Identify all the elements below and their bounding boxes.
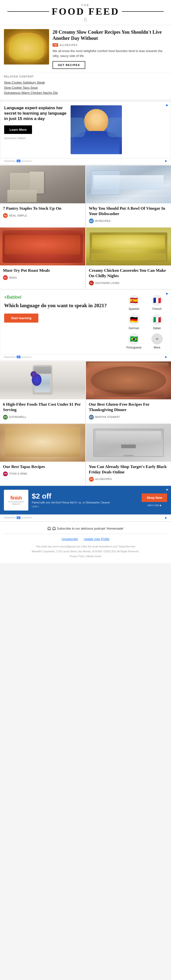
card-glutenfree-body: Our Best Gluten-Free Recipes For Thanksg… bbox=[86, 399, 171, 423]
card-fiber-image bbox=[0, 361, 85, 399]
card-casserole-source: SL SOUTHERN LIVING bbox=[89, 280, 168, 285]
marthastewart-logo: MS bbox=[89, 415, 94, 420]
ad-text-content: Language expert explains her secret to l… bbox=[4, 105, 68, 154]
portuguese-flag: 🇧🇷 bbox=[128, 333, 139, 345]
card-fiber-source: EW EATINGWELL bbox=[3, 415, 82, 420]
learn-more-button[interactable]: Learn More bbox=[4, 126, 32, 134]
source-badge: AR bbox=[52, 43, 58, 47]
card-target-title: You Can Already Shop Target's Early Blac… bbox=[89, 464, 168, 475]
card-fiber-title: 6 High-Fiber Foods That Cost Under $1 Pe… bbox=[3, 402, 82, 412]
finish-sub-desc: Limit 1 bbox=[32, 505, 138, 508]
flag-french[interactable]: 🇫🇷 French bbox=[147, 295, 167, 310]
german-label: German bbox=[129, 326, 139, 330]
podcast-icon: 🎧 bbox=[47, 527, 51, 530]
podcast-subscribe: 🎧 🎧 Subscribe to our delicious podcast '… bbox=[4, 527, 167, 530]
babbel-headline: Which language do you want to speak in 2… bbox=[4, 302, 121, 309]
card-potroast-body: Must-Try Pot Roast Meals BH BH&G bbox=[0, 266, 85, 283]
card-dishwasher[interactable]: Why You Should Put A Bowl Of Vinegar In … bbox=[86, 165, 171, 227]
card-tapas-image bbox=[0, 424, 85, 461]
card-target[interactable]: You Can Already Shop Target's Early Blac… bbox=[86, 424, 171, 485]
eatingwell-label: EATINGWELL bbox=[9, 416, 26, 418]
card-potroast[interactable]: Must-Try Pot Roast Meals BH BH&G bbox=[0, 228, 85, 289]
card-grid-row3: 6 High-Fiber Foods That Cost Under $1 Pe… bbox=[0, 361, 171, 423]
finish-logo-text: finish bbox=[8, 495, 24, 501]
flag-italian[interactable]: 🇮🇹 Italian bbox=[147, 314, 167, 330]
bhg-logo: BH bbox=[3, 275, 8, 280]
foodwine-logo: FW bbox=[3, 471, 8, 476]
finish-description: Paired with one Jet-Dry® Rinse Aid 8+ oz… bbox=[32, 501, 138, 504]
card-dishwasher-image bbox=[86, 165, 171, 203]
card-potroast-image bbox=[0, 228, 85, 266]
card-grid-row2: Must-Try Pot Roast Meals BH BH&G Creamy … bbox=[0, 228, 171, 289]
powered-by-2: Powered by Q Quantcast ▶ bbox=[0, 354, 171, 361]
foodwine-label: FOOD & WINE bbox=[9, 473, 27, 475]
card-casserole-image bbox=[86, 228, 171, 266]
card-pantry-title: 7 Pantry Staples To Stock Up On bbox=[3, 206, 82, 211]
card-fiber-body: 6 High-Fiber Foods That Cost Under $1 Pe… bbox=[0, 399, 85, 423]
hero-section: 20 Creamy Slow Cooker Recipes You Should… bbox=[0, 25, 171, 73]
card-target-source: AR ALLRECIPES bbox=[89, 477, 168, 482]
card-pantry-body: 7 Pantry Staples To Stock Up On RS REAL … bbox=[0, 203, 85, 221]
card-tapas-body: Our Best Tapas Recipes FW FOOD & WINE bbox=[0, 461, 85, 480]
footer-links: Unsubscribe Update User Profile bbox=[4, 538, 167, 541]
flag-german[interactable]: 🇩🇪 German bbox=[124, 314, 144, 330]
card-dishwasher-title: Why You Should Put A Bowl Of Vinegar In … bbox=[89, 206, 168, 216]
italian-flag: 🇮🇹 bbox=[152, 314, 163, 325]
flag-more[interactable]: + More bbox=[147, 333, 167, 349]
portuguese-label: Portuguese bbox=[127, 346, 141, 349]
related-title: Related Content bbox=[4, 75, 167, 78]
spanish-flag: 🇪🇸 bbox=[128, 295, 139, 306]
footer-disclaimer-2: Meredith Corporation, 1716 Locust Street… bbox=[4, 550, 167, 554]
related-link-1[interactable]: Slow Cooker Salisbury Steak bbox=[4, 80, 167, 85]
card-tapas-title: Our Best Tapas Recipes bbox=[3, 464, 82, 469]
card-pantry[interactable]: 7 Pantry Staples To Stock Up On RS REAL … bbox=[0, 165, 85, 227]
unsubscribe-link[interactable]: Unsubscribe bbox=[62, 538, 78, 541]
finish-content: $2 off Paired with one Jet-Dry® Rinse Ai… bbox=[32, 492, 138, 508]
babbel-flags-grid: 🇪🇸 Spanish 🇫🇷 French 🇩🇪 German 🇮🇹 Italia… bbox=[124, 295, 167, 349]
source-label: ALLRECIPES bbox=[60, 44, 78, 46]
finish-ad-arrow: ▶ bbox=[166, 488, 169, 492]
finish-cta-column: Shop Now sam's club ◆ bbox=[142, 493, 167, 507]
card-tapas-source: FW FOOD & WINE bbox=[3, 471, 82, 476]
site-title: FOOD FEED bbox=[52, 6, 119, 16]
french-label: French bbox=[152, 307, 162, 310]
related-link-2[interactable]: Slow Cooker Taco Soup bbox=[4, 85, 167, 90]
card-fiber[interactable]: 6 High-Fiber Foods That Cost Under $1 Pe… bbox=[0, 361, 85, 423]
flag-spanish[interactable]: 🇪🇸 Spanish bbox=[124, 295, 144, 310]
card-casserole-body: Creamy Chicken Casseroles You Can Make O… bbox=[86, 266, 171, 289]
finish-discount: $2 off bbox=[32, 492, 138, 500]
card-pantry-image bbox=[0, 165, 85, 203]
related-link-3[interactable]: Outrageous Warm Chicken Nacho Dip bbox=[4, 90, 167, 95]
card-glutenfree-image bbox=[86, 361, 171, 399]
card-dishwasher-source: MR MYRECIPES bbox=[89, 218, 168, 223]
babbel-ad-2: +Babbel Which language do you want to sp… bbox=[0, 290, 171, 354]
babbel-ad-left: +Babbel Which language do you want to sp… bbox=[4, 295, 121, 349]
finish-product-image: finish DISHWASHER TABLETS bbox=[4, 490, 28, 511]
card-pantry-source: RS REAL SIMPLE bbox=[3, 213, 82, 218]
header-icon: 🍴 bbox=[5, 18, 166, 25]
babbel-plus-logo: +Babbel bbox=[4, 295, 121, 300]
myrecipes-logo: MR bbox=[89, 218, 94, 223]
card-potroast-source: BH BH&G bbox=[3, 275, 82, 280]
finish-ad: finish DISHWASHER TABLETS $2 off Paired … bbox=[0, 486, 171, 514]
ad-headline: Language expert explains her secret to l… bbox=[4, 105, 68, 121]
card-glutenfree[interactable]: Our Best Gluten-Free Recipes For Thanksg… bbox=[86, 361, 171, 423]
babbel-ad-arrow: ▶ bbox=[166, 292, 168, 296]
babbel-start-button[interactable]: Start learning bbox=[4, 313, 38, 323]
hero-title: 20 Creamy Slow Cooker Recipes You Should… bbox=[52, 29, 167, 41]
card-casserole-title: Creamy Chicken Casseroles You Can Make O… bbox=[89, 268, 168, 278]
get-recipes-button[interactable]: GET RECIPES bbox=[52, 61, 85, 69]
flag-portuguese[interactable]: 🇧🇷 Portuguese bbox=[124, 333, 144, 349]
shop-now-button[interactable]: Shop Now bbox=[142, 493, 167, 502]
german-flag: 🇩🇪 bbox=[128, 314, 139, 325]
babbel-ad-1: Language expert explains her secret to l… bbox=[0, 101, 171, 158]
eatingwell-logo: EW bbox=[3, 415, 8, 420]
update-profile-link[interactable]: Update User Profile bbox=[84, 538, 109, 541]
card-casserole[interactable]: Creamy Chicken Casseroles You Can Make O… bbox=[86, 228, 171, 289]
ad-sponsored-label: Sponsored | Babbel bbox=[4, 137, 68, 140]
card-tapas[interactable]: Our Best Tapas Recipes FW FOOD & WINE bbox=[0, 424, 85, 485]
marthastewart-label: MARTHA STEWART bbox=[95, 416, 120, 418]
hero-image bbox=[4, 29, 49, 65]
italian-label: Italian bbox=[153, 326, 161, 330]
real-simple-label: REAL SIMPLE bbox=[9, 214, 27, 217]
